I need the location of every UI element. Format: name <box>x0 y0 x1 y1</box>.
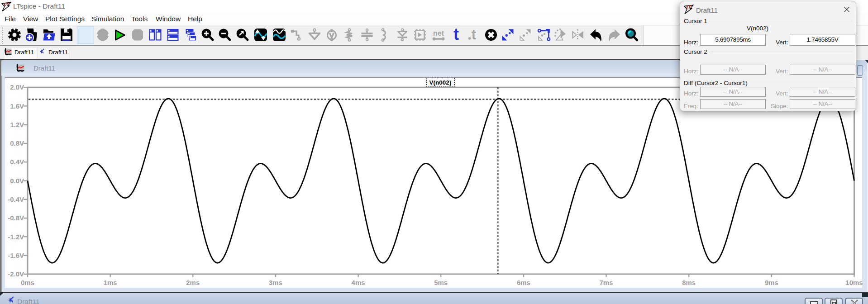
svg-text:net: net <box>433 29 444 37</box>
svg-text:t: t <box>472 28 476 42</box>
svg-text:-0.4V: -0.4V <box>8 195 24 203</box>
svg-text:8ms: 8ms <box>682 279 696 286</box>
svg-text:0.4V: 0.4V <box>10 158 24 166</box>
svg-text:-0.8V: -0.8V <box>8 214 24 222</box>
svg-text:2.0V: 2.0V <box>10 83 24 91</box>
svg-text:1.6V: 1.6V <box>10 102 24 110</box>
svg-text:1ms: 1ms <box>104 279 117 286</box>
svg-text:10ms: 10ms <box>845 279 863 286</box>
svg-text:-2.0V: -2.0V <box>8 270 24 278</box>
svg-text:0ms: 0ms <box>21 279 34 286</box>
svg-text:3ms: 3ms <box>269 279 282 286</box>
svg-text:2ms: 2ms <box>186 279 200 286</box>
svg-text:0.8V: 0.8V <box>10 139 24 147</box>
svg-text:V(n002): V(n002) <box>429 79 452 86</box>
svg-text:7ms: 7ms <box>599 279 613 286</box>
svg-text:5ms: 5ms <box>434 279 448 286</box>
svg-text:-1.2V: -1.2V <box>8 233 24 241</box>
svg-text:6ms: 6ms <box>517 279 530 286</box>
svg-text:t: t <box>453 28 459 42</box>
svg-text:-1.6V: -1.6V <box>8 252 24 259</box>
svg-text:9ms: 9ms <box>765 279 778 286</box>
svg-text:4ms: 4ms <box>352 279 365 286</box>
svg-text:1.2V: 1.2V <box>10 121 24 128</box>
svg-text:0.0V: 0.0V <box>10 177 24 185</box>
